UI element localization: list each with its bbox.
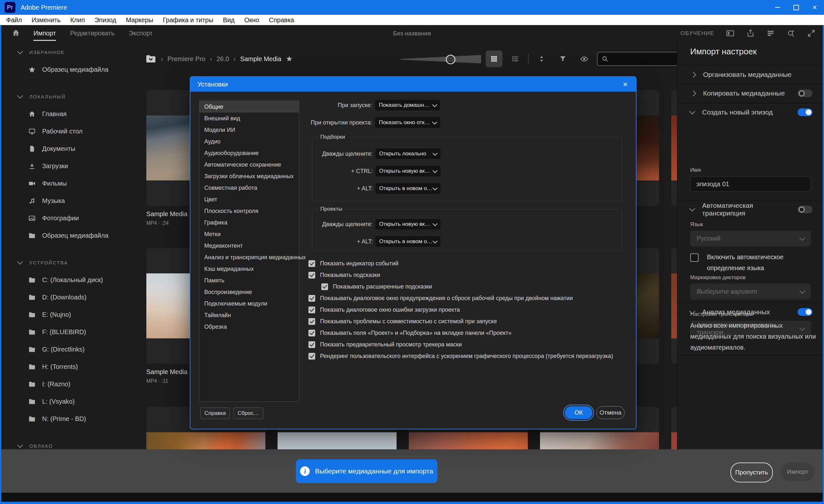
folder-chevron-icon[interactable] bbox=[145, 54, 156, 64]
stacked-panels-icon[interactable] bbox=[766, 29, 775, 38]
sidebar-item-downloads[interactable]: Загрузки bbox=[1, 157, 141, 175]
category-timeline[interactable]: Таймлайн bbox=[199, 309, 299, 321]
bins-ctrl-dropdown[interactable]: Открыть новую вк… bbox=[375, 165, 441, 177]
sidebar-item-desktop[interactable]: Рабочий стол bbox=[1, 122, 141, 140]
sidebar-item-drive-c[interactable]: C: (Локальный диск) bbox=[1, 271, 141, 289]
sidebar-item-drive-l[interactable]: L: (Vsyako) bbox=[1, 393, 141, 410]
bins-alt-dropdown[interactable]: Открыть в новом о… bbox=[375, 183, 441, 194]
skip-button[interactable]: Пропустить bbox=[730, 463, 773, 483]
filter-button[interactable] bbox=[554, 51, 571, 67]
reset-button[interactable]: Сброс… bbox=[233, 407, 264, 419]
sidebar-item-drive-d[interactable]: D: (Downloads) bbox=[1, 289, 141, 306]
checkbox-show-tooltips[interactable]: Показывать подсказки bbox=[308, 269, 380, 281]
sidebar-item-drive-n[interactable]: N: (Prime - BD) bbox=[1, 410, 141, 427]
category-media-analysis[interactable]: Анализ и транскрипция медиаданных bbox=[199, 251, 299, 263]
new-sequence-section[interactable]: Создать новый эпизод bbox=[690, 103, 812, 122]
category-media[interactable]: Медиаконтент bbox=[199, 240, 299, 251]
sidebar-section-local[interactable]: ЛОКАЛЬНЫЙ bbox=[1, 88, 141, 105]
menu-file[interactable]: Файл bbox=[1, 15, 27, 25]
category-cloud-downloads[interactable]: Загрузки облачных медиаданных bbox=[199, 171, 299, 182]
sidebar-item-sample-media-favorite[interactable]: Образец медиафайла bbox=[1, 61, 141, 78]
cancel-button[interactable]: Отмена bbox=[596, 406, 625, 419]
media-analysis-section[interactable]: Анализ медиаданных bbox=[690, 303, 812, 321]
enhanced-search-icon[interactable] bbox=[787, 29, 795, 38]
dialog-titlebar[interactable]: Установки bbox=[190, 77, 636, 92]
checkbox-mask-tracker-preview[interactable]: Показать предварительный просмотр трекер… bbox=[308, 339, 462, 350]
ok-button[interactable]: ОК bbox=[565, 406, 593, 419]
favorite-star-icon[interactable]: ★ bbox=[286, 55, 293, 63]
open-project-dropdown[interactable]: Показать окно отк… bbox=[375, 117, 441, 128]
maximize-button[interactable] bbox=[787, 0, 805, 15]
organize-media-section[interactable]: Организовать медиаданные bbox=[690, 65, 812, 84]
list-view-button[interactable] bbox=[507, 51, 524, 67]
checkbox-workspace-reset-warning[interactable]: Показывать диалоговое окно предупреждени… bbox=[308, 292, 573, 304]
copy-media-section[interactable]: Копировать медиаданные bbox=[690, 84, 812, 103]
menu-edit[interactable]: Изменить bbox=[27, 15, 65, 25]
new-sequence-toggle[interactable] bbox=[798, 108, 812, 116]
language-select[interactable]: Русский bbox=[690, 231, 811, 246]
grid-view-button[interactable] bbox=[486, 51, 502, 67]
sequence-name-input[interactable] bbox=[690, 176, 811, 192]
sidebar-item-movies[interactable]: Фильмы bbox=[1, 175, 141, 192]
tab-export[interactable]: Экспорт bbox=[129, 25, 153, 41]
category-playback[interactable]: Воспроизведение bbox=[199, 286, 299, 298]
workspace-panel-icon[interactable] bbox=[726, 29, 735, 38]
share-icon[interactable] bbox=[746, 29, 755, 38]
startup-dropdown[interactable]: Показать домашн… bbox=[375, 99, 441, 111]
category-plugins[interactable]: Подключаемые модули bbox=[199, 298, 299, 309]
sidebar-item-drive-i[interactable]: I: (Razno) bbox=[1, 375, 141, 393]
checkbox-extended-tooltips[interactable]: Показывать расширенные подсказки bbox=[321, 281, 432, 292]
category-labels[interactable]: Метки bbox=[199, 228, 299, 240]
checkbox-project-load-error[interactable]: Показать диалоговое окно ошибки загрузки… bbox=[308, 304, 460, 315]
checkbox-project-bin-fields[interactable]: Показывать поля «Проект» и «Подборка» на… bbox=[308, 327, 511, 339]
menu-help[interactable]: Справка bbox=[264, 15, 299, 25]
sidebar-item-music[interactable]: Музыка bbox=[1, 192, 141, 209]
category-color[interactable]: Цвет bbox=[199, 194, 299, 205]
import-button[interactable]: Импорт bbox=[781, 463, 814, 481]
thumbnail-zoom-slider[interactable] bbox=[401, 46, 481, 71]
sort-button[interactable] bbox=[533, 51, 550, 67]
copy-media-toggle[interactable] bbox=[798, 89, 812, 97]
fullscreen-icon[interactable] bbox=[807, 29, 816, 38]
minimize-button[interactable] bbox=[768, 0, 787, 15]
learn-button[interactable]: ОБУЧЕНИЕ bbox=[681, 30, 714, 37]
checkbox-gpu-ui-rendering[interactable]: Рендеринг пользовательского интерфейса с… bbox=[308, 350, 613, 362]
slider-handle[interactable] bbox=[446, 55, 455, 64]
search-box[interactable] bbox=[597, 52, 686, 66]
category-auto-save[interactable]: Автоматическое сохранение bbox=[199, 159, 299, 171]
category-media-cache[interactable]: Кэш медиаданных bbox=[199, 263, 299, 275]
category-audio-hardware[interactable]: Аудиооборудование bbox=[199, 147, 299, 159]
bins-double-click-dropdown[interactable]: Открыть локально bbox=[375, 148, 441, 160]
search-input[interactable] bbox=[612, 55, 677, 63]
menu-sequence[interactable]: Эпизод bbox=[90, 15, 121, 25]
sidebar-item-documents[interactable]: Документы bbox=[1, 140, 141, 157]
menu-graphics[interactable]: Графика и титры bbox=[158, 15, 218, 25]
close-button[interactable]: × bbox=[805, 0, 824, 15]
category-collaboration[interactable]: Совместная работа bbox=[199, 182, 299, 194]
projects-alt-dropdown[interactable]: Открыть в новом о… bbox=[375, 236, 441, 247]
sidebar-item-sample-media-folder[interactable]: Образец медиафайла bbox=[1, 227, 141, 244]
breadcrumb-premiere-pro[interactable]: Premiere Pro bbox=[168, 55, 206, 63]
tab-edit[interactable]: Редактировать bbox=[70, 25, 114, 41]
menu-clip[interactable]: Клип bbox=[65, 15, 89, 25]
sidebar-item-photos[interactable]: Фотографии bbox=[1, 209, 141, 227]
preview-visibility-button[interactable] bbox=[576, 51, 593, 67]
projects-double-click-dropdown[interactable]: Открыть новую вк… bbox=[375, 218, 441, 230]
breadcrumb-sample-media[interactable]: Sample Media bbox=[240, 55, 282, 63]
tab-import[interactable]: Импорт bbox=[33, 25, 56, 41]
menu-window[interactable]: Окно bbox=[240, 15, 264, 25]
sidebar-item-drive-g[interactable]: G: (Directlinks) bbox=[1, 340, 141, 358]
category-graphics[interactable]: Графика bbox=[199, 217, 299, 228]
category-memory[interactable]: Память bbox=[199, 275, 299, 286]
menu-view[interactable]: Вид bbox=[218, 15, 239, 25]
category-audio[interactable]: Аудио bbox=[199, 136, 299, 147]
auto-transcription-section[interactable]: Автоматическая транскрипция bbox=[690, 200, 812, 219]
speaker-labeling-select[interactable]: Выберите вариант bbox=[690, 284, 811, 299]
sidebar-item-drive-e[interactable]: E: (Nujno) bbox=[1, 306, 141, 323]
sidebar-section-devices[interactable]: УСТРОЙСТВА bbox=[1, 254, 141, 271]
home-icon[interactable] bbox=[12, 29, 20, 37]
auto-transcription-toggle[interactable] bbox=[798, 206, 812, 213]
dialog-close-button[interactable]: × bbox=[620, 79, 631, 90]
media-analysis-toggle[interactable] bbox=[798, 308, 812, 316]
sidebar-section-favorites[interactable]: ИЗБРАННОЕ bbox=[1, 43, 141, 61]
